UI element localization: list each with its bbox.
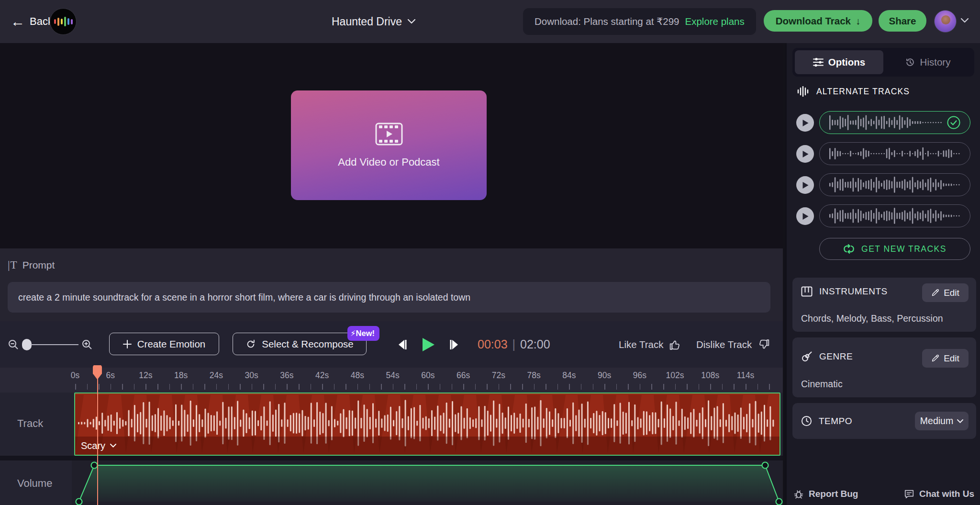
- play-icon[interactable]: [421, 337, 435, 352]
- ruler-tick: [663, 384, 664, 390]
- ruler-label: 6s: [106, 370, 114, 381]
- project-title: Haunted Drive: [332, 15, 402, 28]
- ruler-tick: [181, 384, 182, 390]
- plus-icon: [123, 340, 132, 348]
- skip-back-icon[interactable]: [396, 338, 409, 351]
- play-alt-track-button[interactable]: [796, 207, 814, 225]
- ruler-tick: [393, 384, 394, 390]
- recompose-refresh-icon: [245, 339, 256, 349]
- alt-track-waveform: [829, 173, 961, 196]
- like-track-label: Like Track: [619, 339, 663, 350]
- download-track-label: Download Track: [776, 15, 851, 27]
- select-recompose-button[interactable]: Select & Recompose: [233, 333, 367, 355]
- chat-with-us-button[interactable]: Chat with Us: [904, 489, 974, 499]
- prompt-section: |T Prompt: [0, 248, 783, 321]
- edit-instruments-label: Edit: [944, 288, 959, 298]
- ruler-label: 42s: [315, 370, 329, 381]
- alt-track-pill-selected[interactable]: [819, 111, 970, 134]
- dislike-track-button[interactable]: Dislike Track: [696, 321, 770, 368]
- ruler-tick: [569, 384, 570, 390]
- ruler-tick: [499, 384, 500, 390]
- tab-options[interactable]: Options: [795, 50, 883, 74]
- zoom-slider-thumb[interactable]: [22, 339, 32, 350]
- ruler-tick: [134, 384, 135, 390]
- project-title-dropdown[interactable]: Haunted Drive: [332, 0, 415, 43]
- tempo-select[interactable]: Medium: [915, 412, 969, 430]
- create-emotion-label: Create Emotion: [137, 338, 205, 350]
- ruler-label: 48s: [351, 370, 364, 381]
- ruler-tick: [240, 384, 241, 390]
- edit-instruments-button[interactable]: Edit: [922, 283, 969, 302]
- ruler-tick: [616, 384, 617, 390]
- chevron-down-icon: [957, 419, 963, 423]
- explore-plans-link[interactable]: Explore plans: [685, 16, 745, 27]
- ruler-tick: [640, 384, 641, 390]
- play-alt-track-button[interactable]: [796, 114, 814, 132]
- alt-track-waveform: [829, 111, 943, 134]
- prompt-input[interactable]: [8, 282, 770, 313]
- report-bug-button[interactable]: Report Bug: [793, 489, 858, 499]
- ruler-tick: [287, 384, 288, 390]
- timeline-ruler[interactable]: 0s6s12s18s24s30s36s42s48s54s60s66s72s78s…: [0, 368, 783, 393]
- add-media-label: Add Video or Podcast: [338, 156, 439, 168]
- time-separator: |: [512, 337, 516, 351]
- tab-history-label: History: [920, 56, 951, 68]
- back-button[interactable]: ← Back: [11, 0, 53, 43]
- ruler-label: 84s: [562, 370, 576, 381]
- alt-track-pill[interactable]: [819, 204, 970, 227]
- ruler-tick: [204, 384, 205, 390]
- alt-track-pill[interactable]: [819, 142, 970, 165]
- user-avatar[interactable]: [934, 10, 957, 33]
- skip-forward-icon[interactable]: [448, 338, 460, 351]
- sidebar-tabs: Options History: [792, 48, 974, 77]
- volume-envelope[interactable]: [72, 460, 783, 505]
- ruler-label: 0s: [71, 370, 79, 381]
- history-icon: [905, 57, 915, 67]
- ruler-tick: [228, 384, 229, 390]
- alt-track-pill[interactable]: [819, 173, 970, 196]
- total-time: 02:00: [520, 337, 550, 351]
- ruler-tick: [311, 384, 312, 390]
- get-new-tracks-button[interactable]: GET NEW TRACKS: [819, 238, 970, 260]
- ruler-tick: [216, 384, 217, 390]
- pencil-icon: [931, 354, 939, 362]
- options-sidebar: Options History ALTERNATE TRACKS: [785, 43, 980, 505]
- genre-card: GENRE Edit Cinematic: [792, 337, 976, 397]
- tab-history[interactable]: History: [883, 50, 972, 74]
- play-alt-track-button[interactable]: [796, 145, 814, 163]
- share-button[interactable]: Share: [879, 10, 926, 32]
- ruler-tick: [357, 384, 358, 390]
- ruler-tick: [699, 384, 700, 390]
- zoom-in-icon[interactable]: [81, 339, 93, 350]
- genre-value: Cinematic: [801, 379, 843, 390]
- zoom-slider-track[interactable]: [31, 344, 78, 345]
- account-chevron-down-icon[interactable]: [961, 18, 969, 23]
- ruler-tick: [193, 384, 194, 390]
- ruler-tick: [534, 384, 535, 390]
- like-track-button[interactable]: Like Track: [619, 321, 681, 368]
- app-logo[interactable]: [50, 8, 77, 35]
- selected-check-icon: [947, 116, 960, 129]
- add-media-card[interactable]: Add Video or Podcast: [291, 90, 487, 200]
- get-new-tracks-label: GET NEW TRACKS: [861, 244, 947, 254]
- ruler-tick: [334, 384, 335, 390]
- track-gutter: Track: [0, 393, 72, 456]
- instruments-value: Chords, Melody, Bass, Percussion: [801, 313, 943, 324]
- emotion-strip[interactable]: Scary: [75, 437, 780, 455]
- ruler-tick: [275, 384, 276, 390]
- plans-text: Download: Plans starting at ₹299: [535, 16, 679, 27]
- sliders-icon: [813, 57, 824, 67]
- edit-genre-button[interactable]: Edit: [922, 349, 969, 368]
- zoom-out-icon[interactable]: [8, 339, 19, 350]
- play-icon: [802, 181, 809, 189]
- ruler-label: 12s: [139, 370, 152, 381]
- download-arrow-icon: ↓: [856, 15, 860, 27]
- download-track-button[interactable]: Download Track ↓: [764, 10, 872, 32]
- select-recompose-label: Select & Recompose: [262, 338, 353, 350]
- refresh-loop-icon: [843, 244, 855, 254]
- play-alt-track-button[interactable]: [796, 176, 814, 194]
- audio-clip[interactable]: Scary: [74, 393, 780, 456]
- thumbs-down-icon: [757, 338, 770, 351]
- ruler-tick: [522, 384, 523, 390]
- create-emotion-button[interactable]: Create Emotion: [109, 333, 219, 355]
